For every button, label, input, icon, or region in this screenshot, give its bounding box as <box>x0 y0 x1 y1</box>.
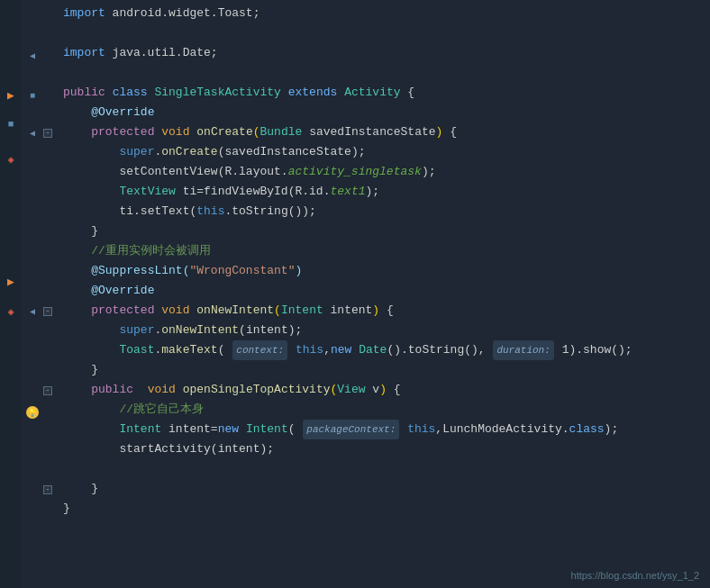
sidebar-icon-4[interactable]: ▶ <box>7 275 14 289</box>
token: ) <box>372 303 379 317</box>
line-gutter: ◀- <box>22 129 59 138</box>
token: ); <box>422 165 436 178</box>
token: import <box>63 46 105 59</box>
token: .toString()); <box>224 204 315 218</box>
token: startActivity(intent); <box>119 442 274 456</box>
token: super <box>119 323 154 337</box>
token: (intent); <box>239 323 302 337</box>
token: class <box>113 86 148 99</box>
line-content: import android.widget.Toast; <box>59 4 710 23</box>
fold-icon[interactable]: - <box>43 307 52 316</box>
token: { <box>379 303 394 317</box>
line-gutter: - <box>22 485 59 494</box>
token <box>555 343 562 357</box>
line-gutter: ◀- <box>22 307 59 316</box>
line-content: super.onCreate(savedInstanceState); <box>59 142 710 162</box>
token: void <box>161 125 189 139</box>
line-content: startActivity(intent); <box>59 439 710 459</box>
bulb-icon[interactable]: 💡 <box>26 406 39 419</box>
sidebar-icon-5[interactable]: ◈ <box>7 305 14 319</box>
code-line: import android.widget.Toast; <box>22 4 710 23</box>
line-content: Toast.makeText( context: this,new Date()… <box>59 340 710 360</box>
line-content <box>59 459 710 479</box>
code-line: super.onCreate(savedInstanceState); <box>22 142 710 162</box>
token: void <box>161 303 189 317</box>
token <box>400 422 407 436</box>
line-content: ti.setText(this.toString()); <box>59 202 710 222</box>
line-content: public void openSingleTopActivity(View v… <box>59 380 710 400</box>
fold-icon[interactable]: - <box>43 386 52 395</box>
token: } <box>63 502 70 515</box>
token: Toast <box>119 343 154 357</box>
code-line: ■public class SingleTaskActivity extends… <box>22 83 710 103</box>
sidebar: ▶ ■ ◈ ▶ ◈ <box>0 0 22 588</box>
token: @Override <box>91 105 154 119</box>
code-line: @Override <box>22 281 710 301</box>
gutter-icon-area: ■ <box>23 91 41 101</box>
token: ) <box>295 264 302 277</box>
token: //重用实例时会被调用 <box>91 244 211 258</box>
token: @Override <box>91 284 154 297</box>
code-line <box>22 23 710 43</box>
fold-icon[interactable]: - <box>43 485 52 494</box>
token: Intent <box>119 422 161 436</box>
code-line: - } <box>22 479 710 499</box>
code-line: Intent intent=new Intent( packageContext… <box>22 420 710 439</box>
token: import <box>63 6 105 20</box>
token: ) <box>379 383 387 396</box>
token: makeText <box>161 343 217 357</box>
token: java.util.Date; <box>105 46 218 59</box>
code-line: Toast.makeText( context: this,new Date()… <box>22 340 710 360</box>
token: android.widget.Toast; <box>105 6 260 20</box>
line-content: } <box>59 479 710 499</box>
token: openSingleTopActivity <box>183 383 331 396</box>
code-line: setContentView(R.layout.activity_singlet… <box>22 162 710 182</box>
sidebar-icon-1[interactable]: ▶ <box>7 88 14 103</box>
token: public <box>91 383 133 396</box>
token <box>239 422 246 436</box>
token: ,LunchModeActivity. <box>435 422 569 436</box>
token: protected <box>91 125 154 139</box>
line-content: } <box>59 222 710 241</box>
token: onCreate <box>161 145 217 158</box>
token: ); <box>605 422 619 436</box>
token: //跳它自己本身 <box>119 403 204 416</box>
line-content: @SuppressLint("WrongConstant") <box>59 261 710 281</box>
line-content: public class SingleTaskActivity extends … <box>59 83 710 103</box>
code-line: ◀import java.util.Date; <box>22 43 710 63</box>
token <box>288 343 296 357</box>
token: } <box>91 224 98 238</box>
token: text1 <box>330 185 365 198</box>
sidebar-icon-3[interactable]: ◈ <box>7 153 14 167</box>
hint-label: packageContext: <box>303 420 399 439</box>
line-content: @Override <box>59 103 710 122</box>
line-content: } <box>59 499 710 519</box>
token: protected <box>91 303 154 317</box>
sidebar-icon-2[interactable]: ■ <box>8 119 14 130</box>
fold-icon[interactable]: - <box>43 129 52 138</box>
token: onNewIntent <box>196 303 274 317</box>
gutter-icon-area: ◀ <box>23 128 41 139</box>
watermark: https://blog.csdn.net/ysy_1_2 <box>571 570 699 581</box>
token <box>351 343 359 357</box>
token: { <box>387 383 401 396</box>
arrow-left-icon: ◀ <box>30 128 35 139</box>
token: (savedInstanceState); <box>218 145 366 158</box>
arrow-left-icon: ◀ <box>30 306 35 317</box>
token: activity_singletask <box>288 165 422 178</box>
token: new <box>331 343 351 357</box>
code-line: - public void openSingleTopActivity(View… <box>22 380 710 400</box>
token: this <box>296 343 323 357</box>
line-content: setContentView(R.layout.activity_singlet… <box>59 162 710 182</box>
token: intent <box>323 303 373 317</box>
token <box>133 383 148 396</box>
line-content: import java.util.Date; <box>59 43 710 63</box>
token: setContentView(R.layout. <box>119 165 287 178</box>
token: "WrongConstant" <box>189 264 295 277</box>
token: intent= <box>161 422 217 436</box>
code-lines: import android.widget.Toast;◀import java… <box>22 4 710 519</box>
line-content: Intent intent=new Intent( packageContext… <box>59 420 710 439</box>
token <box>281 86 288 99</box>
token: onCreate <box>196 125 252 139</box>
token: } <box>91 363 98 376</box>
